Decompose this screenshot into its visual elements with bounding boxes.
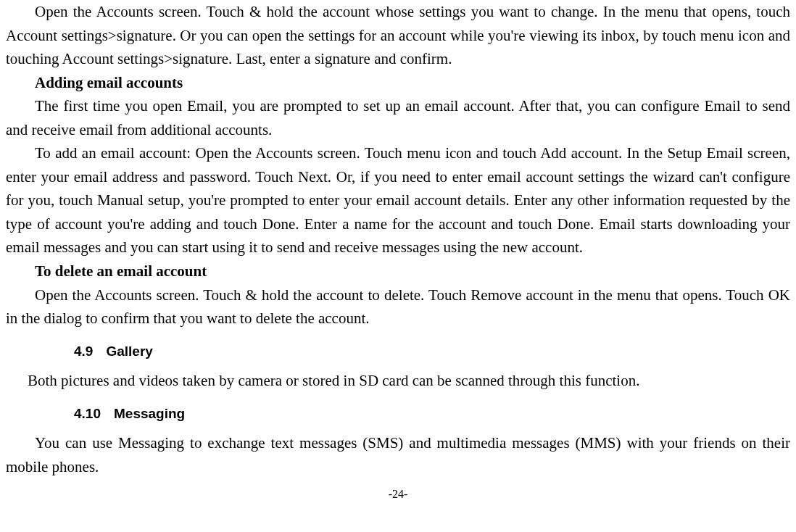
- heading-delete-email: To delete an email account: [6, 259, 790, 283]
- page-number: -24-: [6, 486, 790, 504]
- section-number-410: 4.10: [74, 403, 101, 424]
- paragraph-signature: Open the Accounts screen. Touch & hold t…: [6, 0, 790, 71]
- paragraph-add-email-account: To add an email account: Open the Accoun…: [6, 141, 790, 259]
- section-heading-gallery: 4.9Gallery: [74, 341, 790, 362]
- paragraph-gallery: Both pictures and videos taken by camera…: [6, 369, 790, 393]
- paragraph-messaging: You can use Messaging to exchange text m…: [6, 431, 790, 478]
- heading-adding-email: Adding email accounts: [6, 71, 790, 95]
- section-number-49: 4.9: [74, 341, 93, 362]
- section-title-gallery: Gallery: [106, 344, 152, 359]
- paragraph-delete-email: Open the Accounts screen. Touch & hold t…: [6, 283, 790, 331]
- section-title-messaging: Messaging: [114, 406, 185, 421]
- section-heading-messaging: 4.10Messaging: [74, 403, 790, 424]
- paragraph-first-time-email: The first time you open Email, you are p…: [6, 94, 790, 141]
